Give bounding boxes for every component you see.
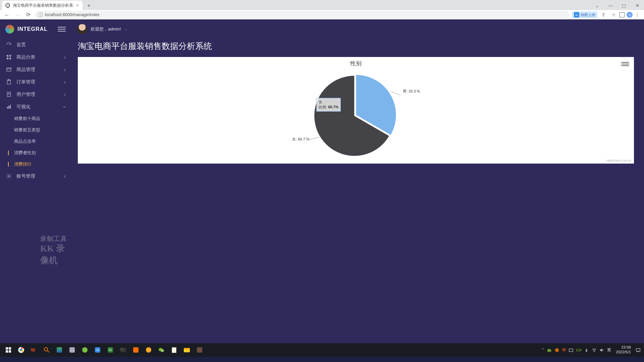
clipboard-icon xyxy=(6,79,12,85)
svg-rect-18 xyxy=(9,350,11,353)
grid-icon xyxy=(6,54,12,60)
maximize-icon[interactable]: ▢ xyxy=(617,1,631,10)
window-controls: ⌄ — ▢ ✕ xyxy=(590,1,644,10)
document-icon xyxy=(6,92,12,97)
sidebar-sub-label: 销量前五类型 xyxy=(14,127,40,133)
taskbar-app-generic-1[interactable] xyxy=(53,343,66,357)
browser-tab[interactable]: 淘宝电商平台服装销售数据分析系 ✕ xyxy=(2,1,83,10)
sidebar-item-viz[interactable]: 可视化 xyxy=(0,101,71,113)
forward-button[interactable]: → xyxy=(13,12,21,18)
svg-rect-11 xyxy=(7,107,8,109)
taskbar-app-search[interactable] xyxy=(40,343,53,357)
pie-chart xyxy=(314,73,398,157)
extension-badge[interactable]: ∞ 拍照上传 xyxy=(572,11,597,18)
bookmark-icon[interactable]: ☆ xyxy=(609,12,618,18)
close-icon[interactable]: ✕ xyxy=(76,3,79,8)
taskbar-app-generic-3[interactable] xyxy=(78,343,91,357)
sidebar-sub-click-rate[interactable]: 商品点击率 xyxy=(0,136,71,147)
close-window-icon[interactable]: ✕ xyxy=(631,1,644,10)
taskbar-app-terminal[interactable]: >_ xyxy=(117,343,129,357)
taskbar-app-wps[interactable]: W xyxy=(28,343,40,357)
sidebar-item-category[interactable]: 商品分类 xyxy=(0,51,71,63)
share-icon[interactable]: ⇪ xyxy=(599,12,607,18)
hamburger-icon[interactable] xyxy=(58,25,66,33)
taskbar-app-generic-2[interactable] xyxy=(66,343,78,357)
sidebar-item-order[interactable]: 订单管理 xyxy=(0,76,71,88)
sidebar-header: INTEGRAL xyxy=(0,19,71,39)
chevron-down-icon[interactable]: ⌄ xyxy=(124,27,127,31)
sidebar-item-label: 账号管理 xyxy=(16,173,35,179)
svg-rect-0 xyxy=(7,55,8,57)
sidebar-item-user[interactable]: 用户管理 xyxy=(0,88,71,101)
reload-button[interactable]: ⟳ xyxy=(24,12,32,18)
profile-avatar[interactable]: 云 xyxy=(627,12,633,18)
info-icon[interactable]: i xyxy=(38,12,43,17)
svg-text:W: W xyxy=(31,347,36,353)
sidebar-sub-gender[interactable]: 消费者性别 xyxy=(0,147,71,159)
sidebar-sub-spend-rank[interactable]: 消费排行 xyxy=(0,159,71,170)
tooltip-ratio-label: 比例: xyxy=(319,105,327,109)
svg-point-14 xyxy=(8,175,9,177)
taskbar-app-generic-8[interactable] xyxy=(193,343,206,357)
taskbar-app-generic-7[interactable] xyxy=(142,343,155,357)
svg-rect-35 xyxy=(636,348,640,351)
taskbar-app-generic-6[interactable] xyxy=(129,343,142,357)
extension-label: 拍照上传 xyxy=(581,12,595,17)
sidebar-item-account[interactable]: 账号管理 xyxy=(0,170,71,182)
tray-icon-w[interactable]: W xyxy=(562,348,566,352)
brand-name: INTEGRAL xyxy=(17,26,54,32)
back-button[interactable]: ← xyxy=(3,12,11,18)
address-bar[interactable]: i localhost:8000/manage/index xyxy=(35,11,569,19)
bar-chart-icon xyxy=(6,104,12,110)
new-tab-button[interactable]: + xyxy=(85,1,93,10)
main-content: 欢迎您，admin! ⌄ 淘宝电商平台服装销售数据分析系统 性别 xyxy=(71,19,644,343)
sidebar-sub-label: 商品点击率 xyxy=(14,138,36,144)
tray-icon-3[interactable] xyxy=(584,348,589,353)
sidebar-sub-top10[interactable]: 销量前十商品 xyxy=(0,113,71,124)
chevron-down-icon[interactable]: ⌄ xyxy=(590,1,604,10)
svg-point-22 xyxy=(44,348,48,351)
page-title: 淘宝电商平台服装销售数据分析系统 xyxy=(71,39,644,57)
sidebar-sub-label: 消费者性别 xyxy=(14,150,36,156)
sidebar-item-label: 用户管理 xyxy=(16,92,35,98)
user-avatar[interactable] xyxy=(77,24,87,34)
tray-expand-icon[interactable]: ˄ xyxy=(542,348,544,352)
svg-rect-13 xyxy=(10,105,11,109)
taskbar-app-chrome[interactable] xyxy=(15,343,28,357)
sidebar-item-label: 商品分类 xyxy=(16,54,35,60)
notification-icon[interactable] xyxy=(636,348,641,353)
taskbar-app-generic-5[interactable]: H xyxy=(104,343,117,357)
taskbar-clock[interactable]: 23:58 2022/5/1 xyxy=(614,345,633,355)
sidebar-item-label: 可视化 xyxy=(16,104,31,110)
chart-menu-button[interactable] xyxy=(621,60,629,68)
pie-label-female: 女: 66.7 % xyxy=(292,137,309,142)
start-button[interactable] xyxy=(2,343,15,357)
tray-icon-2[interactable] xyxy=(569,348,574,353)
sidebar-item-home[interactable]: 首页 xyxy=(0,39,71,51)
sidebar-sub-top5type[interactable]: 销量前五类型 xyxy=(0,124,71,136)
kebab-icon[interactable]: ⋮ xyxy=(635,12,640,18)
wifi-icon[interactable] xyxy=(592,348,597,353)
taskbar-app-wechat[interactable] xyxy=(155,343,168,357)
gear-icon xyxy=(6,173,12,179)
taskbar-app-notes[interactable] xyxy=(168,343,180,357)
ime-indicator[interactable]: 英 xyxy=(607,348,611,353)
tray-icon-1[interactable] xyxy=(554,348,559,353)
svg-point-34 xyxy=(594,351,595,352)
cloud-icon[interactable] xyxy=(547,348,552,353)
globe-icon xyxy=(5,3,10,8)
tooltip-name: 女 xyxy=(319,100,338,105)
taskbar-app-generic-4[interactable]: ∞ xyxy=(91,343,104,357)
volume-icon[interactable] xyxy=(599,348,604,353)
watermark-line1: 录制工具 xyxy=(40,235,71,243)
panel-icon[interactable] xyxy=(620,12,625,17)
taskbar-app-explorer[interactable] xyxy=(180,343,193,357)
sidebar-sub-label: 销量前十商品 xyxy=(14,116,40,122)
sidebar-item-product[interactable]: 商品管理 xyxy=(0,63,71,76)
battery-icon[interactable] xyxy=(576,348,581,353)
sidebar-item-label: 订单管理 xyxy=(16,79,35,85)
minimize-icon[interactable]: — xyxy=(604,1,617,10)
svg-rect-16 xyxy=(9,347,11,350)
svg-rect-2 xyxy=(7,58,8,59)
svg-rect-33 xyxy=(586,350,587,352)
